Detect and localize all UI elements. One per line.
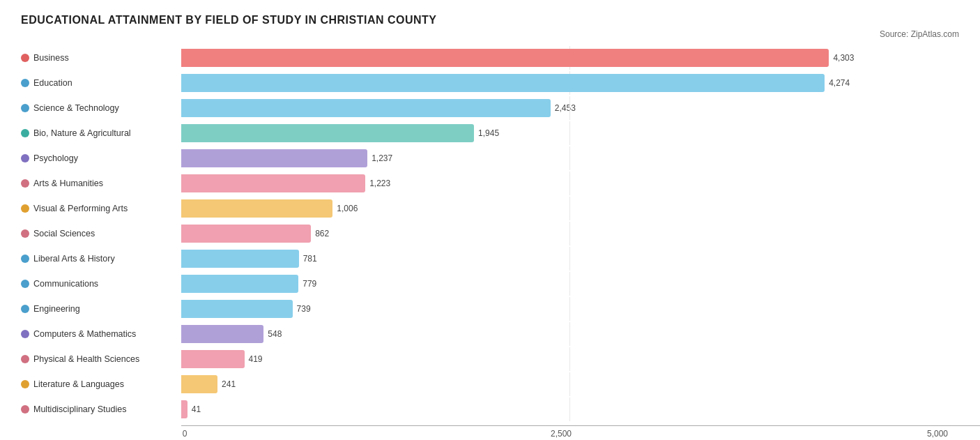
bar-dot bbox=[21, 229, 29, 238]
bar-label-text: Business bbox=[33, 53, 69, 63]
bar-value-label: 1,945 bbox=[478, 128, 499, 138]
bar-row: Psychology1,237 bbox=[21, 146, 959, 170]
bar-label: Science & Technology bbox=[21, 103, 181, 113]
bar bbox=[181, 300, 293, 318]
bar-row: Liberal Arts & History781 bbox=[21, 247, 959, 271]
bar-label: Business bbox=[21, 53, 181, 63]
x-axis-tick: 2,500 bbox=[547, 429, 575, 439]
bar-container: 1,223 bbox=[181, 172, 959, 195]
bar-label: Psychology bbox=[21, 153, 181, 163]
bar-label: Bio, Nature & Agricultural bbox=[21, 128, 181, 138]
bar-label-text: Literature & Languages bbox=[33, 379, 124, 389]
bar-dot bbox=[21, 204, 29, 213]
bar-value-label: 548 bbox=[268, 329, 282, 339]
bar-dot bbox=[21, 280, 29, 288]
chart-area: Business4,303Education4,274Science & Tec… bbox=[21, 46, 959, 423]
bar-label: Education bbox=[21, 78, 181, 88]
bar-label-text: Science & Technology bbox=[33, 103, 119, 113]
bar-dot bbox=[21, 179, 29, 188]
bar-container: 862 bbox=[181, 222, 959, 245]
bar-row: Literature & Languages241 bbox=[21, 372, 959, 396]
bar-dot bbox=[21, 104, 29, 112]
bar-label: Arts & Humanities bbox=[21, 179, 181, 188]
bar-label-text: Arts & Humanities bbox=[33, 179, 103, 188]
bar bbox=[181, 99, 551, 117]
bar-row: Multidisciplinary Studies41 bbox=[21, 397, 959, 421]
bar-container: 739 bbox=[181, 297, 959, 321]
x-axis-tick: 5,000 bbox=[924, 429, 951, 439]
bar-label-text: Visual & Performing Arts bbox=[33, 204, 128, 213]
bar-label-text: Physical & Health Sciences bbox=[33, 354, 139, 364]
bar-label-text: Computers & Mathematics bbox=[33, 329, 136, 339]
bar-label: Engineering bbox=[21, 304, 181, 314]
bar-value-label: 419 bbox=[249, 354, 263, 364]
bar-label-text: Social Sciences bbox=[33, 229, 95, 238]
bar-row: Social Sciences862 bbox=[21, 222, 959, 245]
bar bbox=[181, 49, 829, 67]
x-axis-tick: 0 bbox=[171, 429, 199, 439]
bar-value-label: 1,006 bbox=[337, 204, 358, 213]
bar-dot bbox=[21, 330, 29, 338]
bar-dot bbox=[21, 54, 29, 62]
bar-value-label: 4,303 bbox=[833, 53, 854, 63]
bar-dot bbox=[21, 154, 29, 162]
bar-container: 1,945 bbox=[181, 121, 959, 145]
bar-label: Communications bbox=[21, 279, 181, 289]
bar-label-text: Communications bbox=[33, 279, 98, 289]
bar-container: 2,453 bbox=[181, 96, 959, 120]
bar bbox=[181, 174, 365, 192]
bar-value-label: 4,274 bbox=[829, 78, 850, 88]
bar-label-text: Liberal Arts & History bbox=[33, 254, 115, 264]
bar bbox=[181, 225, 311, 243]
bar-value-label: 1,237 bbox=[372, 153, 392, 163]
bar-dot bbox=[21, 355, 29, 363]
bar-label: Social Sciences bbox=[21, 229, 181, 238]
bar-value-label: 739 bbox=[297, 304, 311, 314]
bar-label-text: Multidisciplinary Studies bbox=[33, 404, 126, 414]
page-title: EDUCATIONAL ATTAINMENT BY FIELD OF STUDY… bbox=[21, 14, 959, 26]
bar-label: Physical & Health Sciences bbox=[21, 354, 181, 364]
bar-container: 4,274 bbox=[181, 71, 959, 95]
bar-row: Education4,274 bbox=[21, 71, 959, 95]
bar bbox=[181, 124, 474, 142]
bar-row: Visual & Performing Arts1,006 bbox=[21, 197, 959, 220]
bar bbox=[181, 149, 367, 167]
bar-value-label: 41 bbox=[192, 404, 201, 414]
bar-row: Computers & Mathematics548 bbox=[21, 322, 959, 346]
bar-container: 1,237 bbox=[181, 146, 959, 170]
bar-row: Science & Technology2,453 bbox=[21, 96, 959, 120]
bar bbox=[181, 325, 263, 343]
bar-label: Liberal Arts & History bbox=[21, 254, 181, 264]
bar-container: 41 bbox=[181, 397, 959, 421]
bar bbox=[181, 350, 245, 368]
bar bbox=[181, 199, 332, 218]
x-axis: 02,5005,000 bbox=[181, 425, 980, 439]
bar-value-label: 241 bbox=[222, 379, 236, 389]
bar-label-text: Bio, Nature & Agricultural bbox=[33, 128, 131, 138]
bar-dot bbox=[21, 405, 29, 414]
bar-row: Communications779 bbox=[21, 272, 959, 296]
bar-label: Visual & Performing Arts bbox=[21, 204, 181, 213]
bar bbox=[181, 400, 187, 418]
bar-row: Bio, Nature & Agricultural1,945 bbox=[21, 121, 959, 145]
bar-label-text: Engineering bbox=[33, 304, 80, 314]
bar-label: Literature & Languages bbox=[21, 379, 181, 389]
bar-container: 1,006 bbox=[181, 197, 959, 220]
bar bbox=[181, 250, 299, 268]
bar-container: 241 bbox=[181, 372, 959, 396]
bar-label-text: Psychology bbox=[33, 153, 78, 163]
bar bbox=[181, 275, 298, 293]
bar-container: 4,303 bbox=[181, 46, 959, 70]
bar-container: 419 bbox=[181, 347, 959, 371]
bar-dot bbox=[21, 380, 29, 388]
bar-row: Arts & Humanities1,223 bbox=[21, 172, 959, 195]
bar-container: 779 bbox=[181, 272, 959, 296]
bar-value-label: 862 bbox=[315, 229, 329, 238]
bar-value-label: 2,453 bbox=[555, 103, 576, 113]
bar-label: Multidisciplinary Studies bbox=[21, 404, 181, 414]
bar-value-label: 781 bbox=[303, 254, 317, 264]
bar-dot bbox=[21, 129, 29, 137]
bar-row: Business4,303 bbox=[21, 46, 959, 70]
bar bbox=[181, 74, 825, 92]
bar-row: Engineering739 bbox=[21, 297, 959, 321]
